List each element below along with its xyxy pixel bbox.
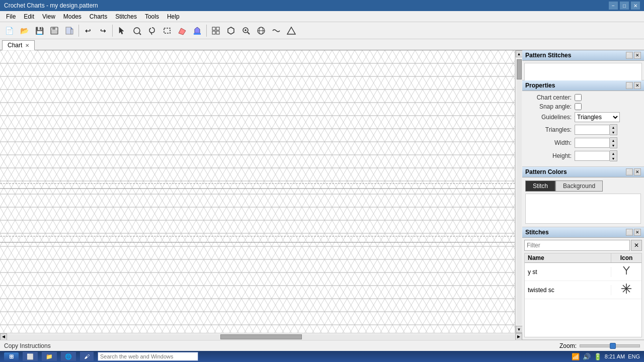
stitches-controls: ⬜ ✕: [626, 229, 641, 236]
svg-marker-11: [179, 28, 186, 35]
menu-edit[interactable]: Edit: [20, 12, 38, 21]
save-as-button[interactable]: [47, 24, 61, 38]
stitch-row-twisted-sc[interactable]: twisted sc: [525, 281, 641, 299]
menu-help[interactable]: Help: [163, 12, 184, 21]
vscroll-track[interactable]: [517, 58, 522, 325]
fill-bucket-button[interactable]: [190, 24, 204, 38]
lasso-button[interactable]: [145, 24, 159, 38]
draw-circle-button[interactable]: [130, 24, 144, 38]
vscroll-down-arrow[interactable]: ▼: [516, 326, 523, 333]
square-grid-button[interactable]: [209, 24, 223, 38]
paint-button[interactable]: 🖌: [80, 352, 94, 361]
open-button[interactable]: 📂: [17, 24, 31, 38]
pattern-colors-panel: Pattern Colors ⬜ ✕ Stitch Background: [522, 167, 644, 227]
minimize-button[interactable]: −: [609, 2, 618, 10]
pattern-colors-float[interactable]: ⬜: [626, 168, 633, 175]
menu-file[interactable]: File: [2, 12, 20, 21]
undo-button[interactable]: ↩: [81, 24, 95, 38]
stitches-float[interactable]: ⬜: [626, 229, 633, 236]
canvas-inner: ▲ ▼: [0, 50, 522, 333]
file-explorer-button[interactable]: 📁: [42, 352, 57, 361]
stitch-name-twisted-sc: twisted sc: [525, 285, 611, 295]
stitch-icon-y-st: [611, 263, 641, 281]
horizontal-scrollbar[interactable]: ◀ ▶: [0, 333, 522, 340]
menu-view[interactable]: View: [38, 12, 59, 21]
chart-center-checkbox[interactable]: [575, 94, 582, 101]
circle-grid-button[interactable]: [254, 24, 268, 38]
stitches-panel: Stitches ⬜ ✕ ✕ Name Icon y st: [522, 227, 644, 340]
svg-marker-4: [71, 27, 73, 29]
height-up[interactable]: ▲: [610, 151, 617, 156]
svg-rect-13: [212, 27, 215, 30]
zoom-fit-button[interactable]: [239, 24, 253, 38]
svg-rect-16: [216, 31, 219, 34]
canvas-container[interactable]: [0, 50, 515, 333]
task-view-button[interactable]: ⬜: [23, 352, 38, 361]
width-input[interactable]: 64: [575, 138, 610, 148]
width-down[interactable]: ▼: [610, 143, 617, 148]
start-button[interactable]: ⊞: [4, 352, 19, 361]
triangles-down[interactable]: ▼: [610, 130, 617, 135]
menu-stitches[interactable]: Stitches: [111, 12, 141, 21]
svg-line-1932: [626, 266, 629, 270]
hscroll-left-arrow[interactable]: ◀: [0, 333, 7, 340]
export-button[interactable]: [62, 24, 76, 38]
pattern-stitches-float[interactable]: ⬜: [626, 52, 633, 59]
new-button[interactable]: 📄: [2, 24, 16, 38]
pointer-tool-button[interactable]: [115, 24, 129, 38]
colors-content: Stitch Background: [522, 177, 644, 227]
tab-chart[interactable]: Chart ✕: [2, 40, 35, 50]
height-input[interactable]: 64: [575, 151, 610, 161]
guidelines-select[interactable]: Triangles None Squares Hexagons: [575, 112, 620, 122]
wave-button[interactable]: [269, 24, 283, 38]
menu-bar: File Edit View Modes Charts Stitches Too…: [0, 11, 644, 22]
erase-button[interactable]: [175, 24, 189, 38]
snap-angle-label: Snap angle:: [526, 103, 572, 110]
properties-float[interactable]: ⬜: [626, 82, 633, 89]
triangles-input[interactable]: 100: [575, 125, 610, 135]
save-button[interactable]: 💾: [32, 24, 46, 38]
stitches-filter-input[interactable]: [524, 240, 630, 251]
taskbar-search-input[interactable]: [98, 352, 198, 361]
pattern-colors-close[interactable]: ✕: [634, 168, 641, 175]
properties-close[interactable]: ✕: [634, 82, 641, 89]
triangle-button[interactable]: [284, 24, 298, 38]
hex-grid-button[interactable]: [224, 24, 238, 38]
menu-modes[interactable]: Modes: [59, 12, 86, 21]
pattern-stitches-close[interactable]: ✕: [634, 52, 641, 59]
properties-panel: Properties ⬜ ✕ Chart center: Snap angle:…: [522, 80, 644, 167]
triangles-up[interactable]: ▲: [610, 125, 617, 130]
vertical-scrollbar[interactable]: ▲ ▼: [515, 50, 522, 333]
vscroll-thumb[interactable]: [517, 59, 522, 79]
stitch-color-tab[interactable]: Stitch: [525, 180, 555, 192]
taskbar-icons: 📶 🔊 🔋 8:21 AM ENG: [572, 353, 640, 360]
triangles-label: Triangles:: [526, 126, 572, 133]
taskbar-volume-icon: 🔊: [583, 353, 591, 360]
chrome-button[interactable]: 🌐: [61, 352, 76, 361]
hscroll-right-arrow[interactable]: ▶: [515, 333, 522, 340]
width-up[interactable]: ▲: [610, 138, 617, 143]
menu-tools[interactable]: Tools: [141, 12, 163, 21]
width-label: Width:: [526, 139, 572, 146]
background-color-tab[interactable]: Background: [555, 180, 603, 192]
hscroll-thumb[interactable]: [220, 334, 302, 339]
stitch-row-y-st[interactable]: y st: [525, 263, 641, 281]
snap-angle-checkbox[interactable]: [575, 103, 582, 110]
menu-charts[interactable]: Charts: [86, 12, 111, 21]
zoom-track[interactable]: [580, 344, 640, 347]
vscroll-up-arrow[interactable]: ▲: [516, 50, 523, 57]
maximize-button[interactable]: □: [620, 2, 629, 10]
height-down[interactable]: ▼: [610, 156, 617, 161]
stitches-filter-clear[interactable]: ✕: [631, 240, 642, 251]
select-rect-button[interactable]: [160, 24, 174, 38]
height-arrows: ▲ ▼: [610, 150, 617, 161]
title-text: Crochet Charts - my design.pattern: [4, 2, 98, 9]
hscroll-track[interactable]: [7, 334, 515, 339]
redo-button[interactable]: ↪: [96, 24, 110, 38]
color-swatch-area[interactable]: [525, 194, 641, 224]
zoom-thumb[interactable]: [610, 343, 616, 349]
close-button[interactable]: ✕: [631, 2, 640, 10]
stitches-close[interactable]: ✕: [634, 229, 641, 236]
stitches-table[interactable]: Name Icon y st twisted sc: [524, 253, 642, 337]
tab-chart-close[interactable]: ✕: [25, 43, 29, 48]
